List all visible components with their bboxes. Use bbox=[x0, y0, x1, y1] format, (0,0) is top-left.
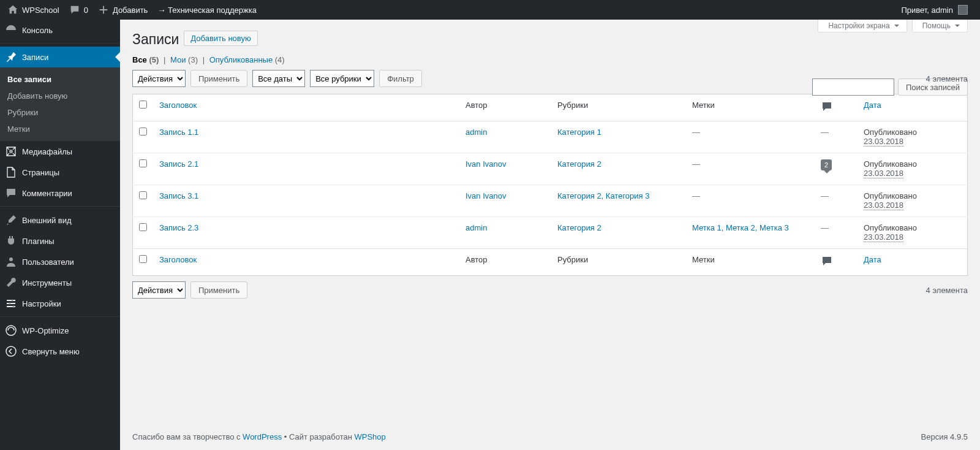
svg-point-4 bbox=[13, 306, 15, 308]
collapse-icon bbox=[5, 345, 17, 357]
plugin-icon bbox=[5, 235, 17, 247]
filter-all[interactable]: Все (5) bbox=[132, 55, 159, 64]
filter-category-select[interactable]: Все рубрики bbox=[310, 70, 374, 87]
col-title-foot[interactable]: Заголовок bbox=[153, 249, 459, 276]
add-new-post-button[interactable]: Добавить новую bbox=[184, 31, 257, 46]
menu-appearance[interactable]: Внешний вид bbox=[0, 210, 120, 231]
tablenav-bottom: Действия Применить 4 элемента bbox=[132, 280, 968, 300]
table-row: Запись 3.1Ivan IvanovКатегория 2, Катего… bbox=[133, 185, 968, 217]
row-checkbox[interactable] bbox=[139, 128, 147, 135]
filter-published[interactable]: Опубликованные (4) bbox=[209, 55, 285, 64]
screen-meta-links: Настройки экрана Помощь bbox=[818, 20, 968, 32]
post-author-link[interactable]: admin bbox=[466, 128, 487, 137]
post-categories[interactable]: Категория 2 bbox=[557, 159, 601, 169]
bulk-action-select-top[interactable]: Действия bbox=[132, 70, 186, 87]
row-checkbox[interactable] bbox=[139, 223, 147, 231]
submenu-categories[interactable]: Рубрики bbox=[0, 104, 120, 121]
submenu-posts: Все записи Добавить новую Рубрики Метки bbox=[0, 67, 120, 141]
post-title-link[interactable]: Запись 3.1 bbox=[159, 191, 198, 200]
comment-icon bbox=[821, 255, 833, 267]
adminbar-add-new-label: Добавить bbox=[113, 6, 148, 15]
help-button[interactable]: Помощь bbox=[912, 20, 968, 32]
comment-icon bbox=[69, 4, 80, 15]
post-date: Опубликовано23.03.2018 bbox=[858, 217, 968, 249]
admin-sidebar: Консоль Записи Все записи Добавить новую… bbox=[0, 20, 120, 450]
adminbar-user-menu[interactable]: Привет, admin bbox=[896, 0, 973, 20]
bulk-apply-top[interactable]: Применить bbox=[190, 70, 247, 87]
plus-icon bbox=[98, 4, 109, 15]
posts-table: Заголовок Автор Рубрики Метки Дата Запис… bbox=[132, 94, 968, 276]
page-icon bbox=[5, 166, 17, 178]
post-author-link[interactable]: Ivan Ivanov bbox=[466, 191, 507, 200]
menu-plugins[interactable]: Плагины bbox=[0, 231, 120, 251]
adminbar-comments-link[interactable]: 0 bbox=[64, 0, 93, 20]
adminbar-support-label: → Техническая поддержка bbox=[157, 6, 257, 15]
wrench-icon bbox=[5, 276, 17, 289]
dashboard-icon bbox=[5, 24, 17, 36]
svg-point-0 bbox=[9, 150, 13, 153]
menu-pages[interactable]: Страницы bbox=[0, 162, 120, 183]
row-checkbox[interactable] bbox=[139, 159, 147, 167]
post-title-link[interactable]: Запись 2.1 bbox=[159, 159, 198, 169]
post-categories[interactable]: Категория 1 bbox=[557, 128, 601, 137]
page-title: Записи bbox=[132, 26, 179, 50]
main-content: Настройки экрана Помощь Записи Добавить … bbox=[120, 20, 980, 450]
post-comments-empty: — bbox=[815, 217, 858, 249]
col-date-foot[interactable]: Дата bbox=[858, 249, 968, 276]
col-date[interactable]: Дата bbox=[858, 94, 968, 121]
post-author-link[interactable]: admin bbox=[466, 223, 487, 232]
screen-options-button[interactable]: Настройки экрана bbox=[818, 20, 907, 32]
filter-mine[interactable]: Мои (3) bbox=[170, 55, 198, 64]
post-tags[interactable]: Метка 1, Метка 2, Метка 3 bbox=[692, 223, 789, 232]
post-title-link[interactable]: Запись 1.1 bbox=[159, 128, 198, 137]
adminbar-site-name: WPSchool bbox=[22, 6, 59, 15]
select-all-top[interactable] bbox=[139, 101, 147, 109]
menu-comments[interactable]: Комментарии bbox=[0, 183, 120, 204]
menu-dashboard[interactable]: Консоль bbox=[0, 20, 120, 40]
comment-icon bbox=[821, 101, 833, 113]
filter-button[interactable]: Фильтр bbox=[379, 70, 422, 87]
svg-point-6 bbox=[6, 346, 16, 356]
footer-version: Версия 4.9.5 bbox=[921, 432, 968, 441]
adminbar-site-link[interactable]: WPSchool bbox=[2, 0, 64, 20]
comment-icon bbox=[5, 187, 17, 199]
post-categories[interactable]: Категория 2 bbox=[557, 223, 601, 232]
col-tags: Метки bbox=[686, 94, 815, 121]
menu-collapse[interactable]: Свернуть меню bbox=[0, 341, 120, 362]
adminbar-support-link[interactable]: → Техническая поддержка bbox=[153, 0, 262, 20]
menu-settings[interactable]: Настройки bbox=[0, 293, 120, 314]
bulk-action-select-bottom[interactable]: Действия bbox=[132, 281, 186, 299]
submenu-all-posts[interactable]: Все записи bbox=[0, 71, 120, 88]
sliders-icon bbox=[5, 297, 17, 310]
submenu-tags[interactable]: Метки bbox=[0, 121, 120, 137]
adminbar-greeting: Привет, admin bbox=[901, 6, 953, 15]
post-categories[interactable]: Категория 2, Категория 3 bbox=[557, 191, 649, 200]
submenu-add-post[interactable]: Добавить новую bbox=[0, 88, 120, 104]
post-title-link[interactable]: Запись 2.3 bbox=[159, 223, 198, 232]
col-title[interactable]: Заголовок bbox=[153, 94, 459, 121]
footer-wordpress-link[interactable]: WordPress bbox=[243, 432, 282, 441]
row-checkbox[interactable] bbox=[139, 191, 147, 199]
col-comments-foot[interactable] bbox=[815, 249, 858, 276]
optimize-icon bbox=[5, 324, 17, 337]
select-all-bottom[interactable] bbox=[139, 255, 147, 263]
adminbar-add-new[interactable]: Добавить bbox=[93, 0, 153, 20]
menu-media[interactable]: Медиафайлы bbox=[0, 141, 120, 162]
post-tags-empty: — bbox=[686, 153, 815, 185]
bulk-apply-bottom[interactable]: Применить bbox=[190, 281, 247, 299]
adminbar-comments-count: 0 bbox=[84, 6, 88, 15]
post-author-link[interactable]: Ivan Ivanov bbox=[466, 159, 507, 169]
svg-point-2 bbox=[12, 300, 13, 302]
menu-posts[interactable]: Записи bbox=[0, 47, 120, 67]
menu-users[interactable]: Пользователи bbox=[0, 251, 120, 272]
menu-tools[interactable]: Инструменты bbox=[0, 272, 120, 293]
admin-footer: Спасибо вам за творчество с WordPress • … bbox=[120, 424, 980, 450]
svg-point-3 bbox=[9, 303, 11, 305]
post-date: Опубликовано23.03.2018 bbox=[858, 185, 968, 217]
filter-date-select[interactable]: Все даты bbox=[252, 70, 305, 87]
footer-wpshop-link[interactable]: WPShop bbox=[355, 432, 386, 441]
post-comments-count[interactable]: 2 bbox=[821, 159, 832, 170]
items-count-top: 4 элемента bbox=[926, 74, 968, 83]
menu-wp-optimize[interactable]: WP-Optimize bbox=[0, 320, 120, 341]
col-comments[interactable] bbox=[815, 94, 858, 121]
